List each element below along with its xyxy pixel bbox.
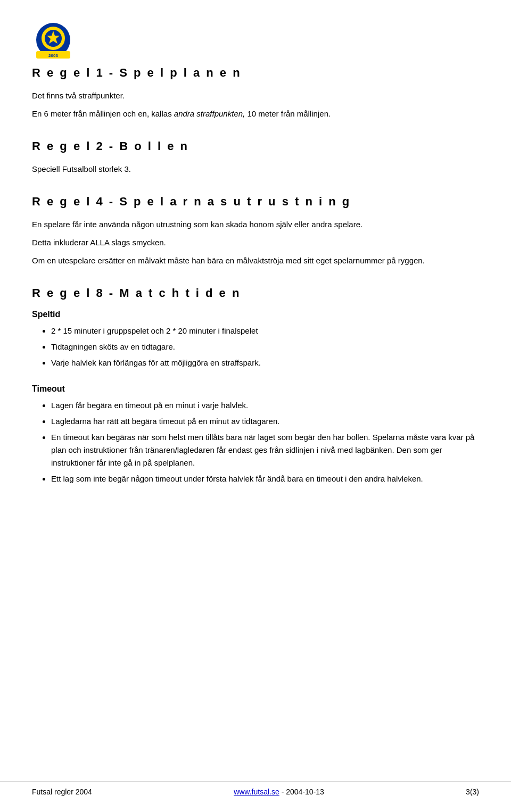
- timeout-list: Lagen får begära en timeout på en minut …: [32, 399, 479, 485]
- list-item: Ett lag som inte begär någon timeout und…: [51, 473, 479, 485]
- list-item: Tidtagningen sköts av en tidtagare.: [51, 341, 479, 353]
- logo-container: 2003: [32, 21, 479, 66]
- regel2-heading: R e g e l 2 - B o l l e n: [32, 139, 479, 153]
- regel4-heading: R e g e l 4 - S p e l a r n a s u t r u …: [32, 195, 479, 209]
- list-item: Varje halvlek kan förlängas för att möjl…: [51, 357, 479, 369]
- regel2-text1: Speciell Futsalboll storlek 3.: [32, 163, 479, 176]
- speltid-heading: Speltid: [32, 310, 479, 319]
- timeout-heading: Timeout: [32, 384, 479, 394]
- regel1-text1: Det finns två straffpunkter.: [32, 89, 479, 102]
- list-item: 2 * 15 minuter i gruppspelet och 2 * 20 …: [51, 325, 479, 337]
- list-item: Lagledarna har rätt att begära timeout p…: [51, 415, 479, 428]
- page-container: 2003 R e g e l 1 - S p e l p l a n e n D…: [0, 0, 511, 534]
- footer-left: Futsal regler 2004: [32, 788, 92, 796]
- footer-center: www.futsal.se - 2004-10-13: [234, 788, 324, 796]
- timeout-section: Timeout Lagen får begära en timeout på e…: [32, 384, 479, 485]
- list-item: En timeout kan begäras när som helst men…: [51, 431, 479, 469]
- speltid-list: 2 * 15 minuter i gruppspelet och 2 * 20 …: [32, 325, 479, 369]
- footer: Futsal regler 2004 www.futsal.se - 2004-…: [0, 782, 511, 796]
- regel4-text2: Detta inkluderar ALLA slags smycken.: [32, 236, 479, 249]
- futsal-logo-icon: 2003: [32, 21, 75, 64]
- footer-link[interactable]: www.futsal.se: [234, 788, 279, 796]
- regel1-heading: R e g e l 1 - S p e l p l a n e n: [32, 66, 479, 80]
- footer-date: - 2004-10-13: [282, 788, 324, 796]
- svg-text:2003: 2003: [48, 53, 58, 58]
- list-item: Lagen får begära en timeout på en minut …: [51, 399, 479, 412]
- regel1-italic: andra straffpunkten,: [174, 109, 245, 118]
- regel1-text2-end: 10 meter från mållinjen.: [245, 109, 331, 118]
- regel8-heading: R e g e l 8 - M a t c h t i d e n: [32, 286, 479, 300]
- footer-page: 3(3): [466, 788, 479, 796]
- regel4-text3: Om en utespelare ersätter en målvakt mås…: [32, 254, 479, 267]
- regel4-text1: En spelare får inte använda någon utrust…: [32, 218, 479, 231]
- regel1-text2: En 6 meter från mållinjen och en, kallas…: [32, 107, 479, 120]
- regel1-text2-start: En 6 meter från mållinjen och en, kallas: [32, 109, 174, 118]
